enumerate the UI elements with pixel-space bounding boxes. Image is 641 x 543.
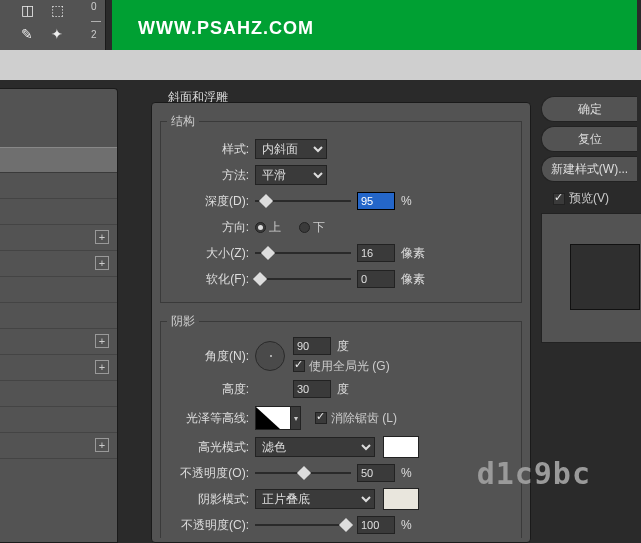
depth-unit: % <box>401 194 412 208</box>
highlight-mode-label: 高光模式: <box>167 439 255 456</box>
size-input[interactable] <box>357 244 395 262</box>
styles-list: + + + + + <box>0 88 118 543</box>
style-item[interactable]: + <box>0 329 117 355</box>
top-bar: ◫ ⬚ ✎ ✦ 0 — 2 WWW.PSAHZ.COM <box>0 0 641 50</box>
preview-thumbnail <box>570 244 640 310</box>
dialog-buttons: 确定 复位 新建样式(W)... 预览(V) <box>541 92 641 343</box>
global-light-checkbox[interactable] <box>293 360 305 372</box>
structure-legend: 结构 <box>167 113 199 130</box>
soften-unit: 像素 <box>401 271 425 288</box>
tool-icon-2[interactable]: ⬚ <box>44 0 70 20</box>
depth-slider[interactable] <box>255 193 351 209</box>
highlight-color-swatch[interactable] <box>383 436 419 458</box>
style-item[interactable] <box>0 277 117 303</box>
preview-checkbox[interactable] <box>553 193 565 205</box>
antialias-label: 消除锯齿 (L) <box>331 410 397 427</box>
canvas-area: WWW.PSAHZ.COM <box>112 0 637 50</box>
style-item[interactable] <box>0 199 117 225</box>
angle-input[interactable] <box>293 337 331 355</box>
shading-group: 阴影 角度(N): 度 使用全局光 (G) 高度: <box>160 313 522 538</box>
antialias-checkbox[interactable] <box>315 412 327 424</box>
tool-icon-4[interactable]: ✦ <box>44 24 70 44</box>
highlight-opacity-label: 不透明度(O): <box>167 465 255 482</box>
style-item[interactable]: + <box>0 225 117 251</box>
highlight-opacity-unit: % <box>401 466 412 480</box>
structure-group: 结构 样式: 内斜面 方法: 平滑 深度(D): % <box>160 113 522 303</box>
shadow-opacity-input[interactable] <box>357 516 395 534</box>
style-label: 样式: <box>167 141 255 158</box>
tool-strip: ◫ ⬚ ✎ ✦ 0 — 2 <box>0 0 106 50</box>
watermark: d1c9bc <box>477 456 591 491</box>
technique-combo[interactable]: 平滑 <box>255 165 327 185</box>
gloss-contour-picker[interactable] <box>255 406 291 430</box>
style-item[interactable]: + <box>0 355 117 381</box>
angle-unit: 度 <box>337 338 349 355</box>
style-item[interactable] <box>0 407 117 433</box>
soften-label: 软化(F): <box>167 271 255 288</box>
add-icon[interactable]: + <box>95 438 109 452</box>
direction-down-text: 下 <box>313 219 325 236</box>
shading-legend: 阴影 <box>167 313 199 330</box>
eyedropper-icon[interactable]: ✎ <box>14 24 40 44</box>
ok-button[interactable]: 确定 <box>541 96 637 122</box>
shadow-opacity-label: 不透明度(C): <box>167 517 255 534</box>
depth-label: 深度(D): <box>167 193 255 210</box>
highlight-opacity-input[interactable] <box>357 464 395 482</box>
gloss-contour-dropdown[interactable]: ▾ <box>291 406 301 430</box>
style-item[interactable] <box>0 173 117 199</box>
tool-side-values: 0 — 2 <box>91 0 101 42</box>
depth-input[interactable] <box>357 192 395 210</box>
style-item[interactable] <box>0 381 117 407</box>
new-style-button[interactable]: 新建样式(W)... <box>541 156 637 182</box>
angle-dial[interactable] <box>255 341 285 371</box>
technique-label: 方法: <box>167 167 255 184</box>
size-label: 大小(Z): <box>167 245 255 262</box>
direction-label: 方向: <box>167 219 255 236</box>
direction-up-radio[interactable] <box>255 222 266 233</box>
size-unit: 像素 <box>401 245 425 262</box>
gloss-label: 光泽等高线: <box>167 410 255 427</box>
angle-label: 角度(N): <box>167 348 255 365</box>
style-item[interactable]: + <box>0 251 117 277</box>
preview-box <box>541 213 641 343</box>
tool-icon-1[interactable]: ◫ <box>14 0 40 20</box>
cancel-button[interactable]: 复位 <box>541 126 637 152</box>
altitude-unit: 度 <box>337 381 349 398</box>
direction-up-text: 上 <box>269 219 281 236</box>
shadow-opacity-slider[interactable] <box>255 517 351 533</box>
style-item-selected[interactable] <box>0 147 117 173</box>
shadow-mode-combo[interactable]: 正片叠底 <box>255 489 375 509</box>
shadow-opacity-unit: % <box>401 518 412 532</box>
shadow-mode-label: 阴影模式: <box>167 491 255 508</box>
style-combo[interactable]: 内斜面 <box>255 139 327 159</box>
style-item[interactable] <box>0 303 117 329</box>
shadow-color-swatch[interactable] <box>383 488 419 510</box>
preview-label: 预览(V) <box>569 190 609 207</box>
highlight-mode-combo[interactable]: 滤色 <box>255 437 375 457</box>
add-icon[interactable]: + <box>95 360 109 374</box>
global-light-label: 使用全局光 (G) <box>309 358 390 375</box>
canvas-text: WWW.PSAHZ.COM <box>138 18 314 39</box>
highlight-opacity-slider[interactable] <box>255 465 351 481</box>
add-icon[interactable]: + <box>95 256 109 270</box>
soften-input[interactable] <box>357 270 395 288</box>
add-icon[interactable]: + <box>95 230 109 244</box>
soften-slider[interactable] <box>255 271 351 287</box>
direction-down-radio[interactable] <box>299 222 310 233</box>
style-item[interactable]: + <box>0 433 117 459</box>
workspace-bg <box>0 50 641 80</box>
settings-panel: 结构 样式: 内斜面 方法: 平滑 深度(D): % <box>151 102 531 543</box>
altitude-label: 高度: <box>167 381 255 398</box>
altitude-input[interactable] <box>293 380 331 398</box>
add-icon[interactable]: + <box>95 334 109 348</box>
size-slider[interactable] <box>255 245 351 261</box>
